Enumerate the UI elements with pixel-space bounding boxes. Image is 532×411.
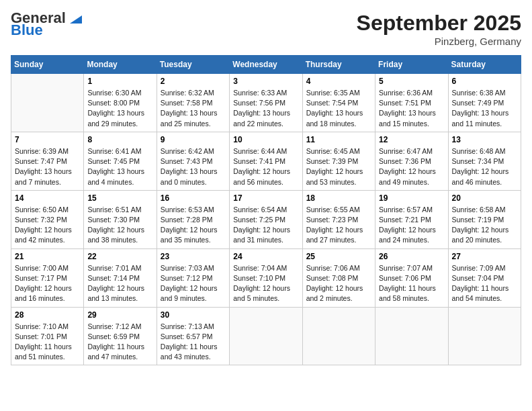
day-detail: Sunrise: 6:47 AMSunset: 7:36 PMDaylight:… xyxy=(379,146,444,187)
day-detail: Sunrise: 6:48 AMSunset: 7:34 PMDaylight:… xyxy=(452,146,517,187)
day-detail: Sunrise: 6:30 AMSunset: 8:00 PMDaylight:… xyxy=(87,88,152,129)
calendar-day-cell xyxy=(448,307,521,365)
calendar-day-cell: 18Sunrise: 6:55 AMSunset: 7:23 PMDayligh… xyxy=(302,190,375,248)
day-detail: Sunrise: 6:36 AMSunset: 7:51 PMDaylight:… xyxy=(379,88,444,129)
svg-marker-0 xyxy=(70,15,82,24)
day-number: 8 xyxy=(87,135,152,144)
calendar-day-cell: 4Sunrise: 6:35 AMSunset: 7:54 PMDaylight… xyxy=(302,74,375,132)
day-number: 11 xyxy=(306,135,371,144)
day-detail: Sunrise: 7:01 AMSunset: 7:14 PMDaylight:… xyxy=(87,263,152,304)
calendar-week-row: 21Sunrise: 7:00 AMSunset: 7:17 PMDayligh… xyxy=(11,248,521,307)
day-number: 12 xyxy=(379,135,444,144)
calendar-day-cell: 19Sunrise: 6:57 AMSunset: 7:21 PMDayligh… xyxy=(375,190,448,248)
day-number: 13 xyxy=(452,135,517,144)
day-number: 17 xyxy=(233,193,298,203)
logo-blue-text: Blue xyxy=(11,23,43,38)
day-number: 5 xyxy=(379,77,444,86)
calendar-day-cell: 22Sunrise: 7:01 AMSunset: 7:14 PMDayligh… xyxy=(84,248,157,307)
day-number: 9 xyxy=(161,135,226,144)
calendar-week-row: 1Sunrise: 6:30 AMSunset: 8:00 PMDaylight… xyxy=(11,74,521,132)
calendar-week-row: 28Sunrise: 7:10 AMSunset: 7:01 PMDayligh… xyxy=(11,307,521,365)
day-detail: Sunrise: 7:00 AMSunset: 7:17 PMDaylight:… xyxy=(15,263,80,304)
calendar-body: 1Sunrise: 6:30 AMSunset: 8:00 PMDaylight… xyxy=(11,74,521,365)
calendar-day-cell: 20Sunrise: 6:58 AMSunset: 7:19 PMDayligh… xyxy=(448,190,521,248)
calendar-table: SundayMondayTuesdayWednesdayThursdayFrid… xyxy=(11,55,521,365)
day-number: 25 xyxy=(306,252,371,261)
calendar-day-cell: 7Sunrise: 6:39 AMSunset: 7:47 PMDaylight… xyxy=(11,132,84,190)
calendar-day-cell: 15Sunrise: 6:51 AMSunset: 7:30 PMDayligh… xyxy=(84,190,157,248)
day-detail: Sunrise: 7:04 AMSunset: 7:10 PMDaylight:… xyxy=(233,263,298,304)
day-number: 23 xyxy=(161,252,226,261)
day-detail: Sunrise: 6:32 AMSunset: 7:58 PMDaylight:… xyxy=(161,88,226,129)
day-number: 3 xyxy=(233,77,298,86)
day-detail: Sunrise: 6:53 AMSunset: 7:28 PMDaylight:… xyxy=(161,205,226,246)
day-detail: Sunrise: 6:41 AMSunset: 7:45 PMDaylight:… xyxy=(87,146,152,187)
day-detail: Sunrise: 6:39 AMSunset: 7:47 PMDaylight:… xyxy=(15,146,80,187)
calendar-day-cell: 24Sunrise: 7:04 AMSunset: 7:10 PMDayligh… xyxy=(230,248,302,307)
day-detail: Sunrise: 7:09 AMSunset: 7:04 PMDaylight:… xyxy=(452,263,517,304)
calendar-day-cell: 8Sunrise: 6:41 AMSunset: 7:45 PMDaylight… xyxy=(84,132,157,190)
month-title: September 2025 xyxy=(357,11,521,36)
calendar-week-row: 14Sunrise: 6:50 AMSunset: 7:32 PMDayligh… xyxy=(11,190,521,248)
calendar-week-row: 7Sunrise: 6:39 AMSunset: 7:47 PMDaylight… xyxy=(11,132,521,190)
logo: General Blue xyxy=(11,11,82,38)
weekday-header-thursday: Thursday xyxy=(302,56,375,74)
calendar-day-cell: 12Sunrise: 6:47 AMSunset: 7:36 PMDayligh… xyxy=(375,132,448,190)
day-number: 1 xyxy=(87,77,152,86)
day-number: 18 xyxy=(306,193,371,203)
calendar-day-cell: 21Sunrise: 7:00 AMSunset: 7:17 PMDayligh… xyxy=(11,248,84,307)
calendar-day-cell: 30Sunrise: 7:13 AMSunset: 6:57 PMDayligh… xyxy=(157,307,229,365)
calendar-day-cell: 25Sunrise: 7:06 AMSunset: 7:08 PMDayligh… xyxy=(302,248,375,307)
calendar-day-cell: 27Sunrise: 7:09 AMSunset: 7:04 PMDayligh… xyxy=(448,248,521,307)
calendar-day-cell: 13Sunrise: 6:48 AMSunset: 7:34 PMDayligh… xyxy=(448,132,521,190)
weekday-header-friday: Friday xyxy=(375,56,448,74)
day-detail: Sunrise: 7:07 AMSunset: 7:06 PMDaylight:… xyxy=(379,263,444,304)
calendar-day-cell xyxy=(302,307,375,365)
day-number: 7 xyxy=(15,135,80,144)
logo-icon xyxy=(67,11,82,24)
day-number: 16 xyxy=(161,193,226,203)
day-detail: Sunrise: 7:12 AMSunset: 6:59 PMDaylight:… xyxy=(87,322,152,363)
weekday-header-row: SundayMondayTuesdayWednesdayThursdayFrid… xyxy=(11,56,521,74)
day-detail: Sunrise: 6:57 AMSunset: 7:21 PMDaylight:… xyxy=(379,205,444,246)
calendar-day-cell: 26Sunrise: 7:07 AMSunset: 7:06 PMDayligh… xyxy=(375,248,448,307)
day-detail: Sunrise: 6:33 AMSunset: 7:56 PMDaylight:… xyxy=(233,88,298,129)
day-number: 29 xyxy=(87,310,152,320)
calendar-day-cell xyxy=(11,74,84,132)
calendar-day-cell: 2Sunrise: 6:32 AMSunset: 7:58 PMDaylight… xyxy=(157,74,229,132)
calendar-day-cell: 9Sunrise: 6:42 AMSunset: 7:43 PMDaylight… xyxy=(157,132,229,190)
day-number: 27 xyxy=(452,252,517,261)
calendar-day-cell: 3Sunrise: 6:33 AMSunset: 7:56 PMDaylight… xyxy=(230,74,302,132)
day-number: 2 xyxy=(161,77,226,86)
day-detail: Sunrise: 6:44 AMSunset: 7:41 PMDaylight:… xyxy=(233,146,298,187)
day-number: 20 xyxy=(452,193,517,203)
calendar-day-cell: 17Sunrise: 6:54 AMSunset: 7:25 PMDayligh… xyxy=(230,190,302,248)
day-detail: Sunrise: 6:54 AMSunset: 7:25 PMDaylight:… xyxy=(233,205,298,246)
weekday-header-tuesday: Tuesday xyxy=(157,56,229,74)
day-detail: Sunrise: 7:06 AMSunset: 7:08 PMDaylight:… xyxy=(306,263,371,304)
day-number: 30 xyxy=(161,310,226,320)
calendar-day-cell: 14Sunrise: 6:50 AMSunset: 7:32 PMDayligh… xyxy=(11,190,84,248)
calendar-day-cell: 11Sunrise: 6:45 AMSunset: 7:39 PMDayligh… xyxy=(302,132,375,190)
day-detail: Sunrise: 6:42 AMSunset: 7:43 PMDaylight:… xyxy=(161,146,226,187)
day-detail: Sunrise: 6:45 AMSunset: 7:39 PMDaylight:… xyxy=(306,146,371,187)
calendar-day-cell: 6Sunrise: 6:38 AMSunset: 7:49 PMDaylight… xyxy=(448,74,521,132)
location-text: Pinzberg, Germany xyxy=(357,36,521,47)
day-detail: Sunrise: 6:51 AMSunset: 7:30 PMDaylight:… xyxy=(87,205,152,246)
day-detail: Sunrise: 6:35 AMSunset: 7:54 PMDaylight:… xyxy=(306,88,371,129)
calendar-day-cell: 28Sunrise: 7:10 AMSunset: 7:01 PMDayligh… xyxy=(11,307,84,365)
day-detail: Sunrise: 6:38 AMSunset: 7:49 PMDaylight:… xyxy=(452,88,517,129)
page-header: General Blue September 2025 Pinzberg, Ge… xyxy=(11,11,521,47)
day-detail: Sunrise: 7:10 AMSunset: 7:01 PMDaylight:… xyxy=(15,322,80,363)
day-detail: Sunrise: 7:13 AMSunset: 6:57 PMDaylight:… xyxy=(161,322,226,363)
calendar-day-cell xyxy=(230,307,302,365)
weekday-header-wednesday: Wednesday xyxy=(230,56,302,74)
day-detail: Sunrise: 6:58 AMSunset: 7:19 PMDaylight:… xyxy=(452,205,517,246)
calendar-header: SundayMondayTuesdayWednesdayThursdayFrid… xyxy=(11,56,521,74)
day-number: 10 xyxy=(233,135,298,144)
weekday-header-saturday: Saturday xyxy=(448,56,521,74)
day-number: 28 xyxy=(15,310,80,320)
day-number: 14 xyxy=(15,193,80,203)
calendar-day-cell: 23Sunrise: 7:03 AMSunset: 7:12 PMDayligh… xyxy=(157,248,229,307)
day-number: 19 xyxy=(379,193,444,203)
